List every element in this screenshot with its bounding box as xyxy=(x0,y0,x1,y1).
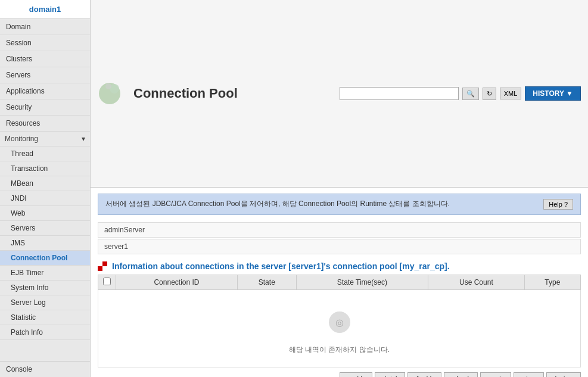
history-button[interactable]: HISTORY ▼ xyxy=(525,86,581,101)
sidebar-sub-jndi[interactable]: JNDI xyxy=(0,191,90,206)
sidebar-sub-transaction[interactable]: Transaction xyxy=(0,161,90,176)
sidebar-sub-connection-pool[interactable]: Connection Pool xyxy=(0,251,90,266)
select-all-header xyxy=(98,275,116,290)
server-row-server1[interactable]: server1 xyxy=(98,239,581,254)
shrink-button[interactable]: shrink xyxy=(375,372,405,377)
col-type: Type xyxy=(524,275,580,290)
col-connection-id: Connection ID xyxy=(116,275,238,290)
empty-state: ◎ xyxy=(110,302,568,345)
empty-circle: ◎ xyxy=(329,311,350,333)
content-area: 서버에 생성된 JDBC/JCA Connection Pool을 제어하며, … xyxy=(91,188,588,377)
flag-icon-1 xyxy=(98,261,107,271)
sidebar-item-session[interactable]: Session xyxy=(0,35,90,51)
refresh-button[interactable]: refresh xyxy=(444,372,477,377)
return-button[interactable]: return xyxy=(514,372,544,377)
sidebar-item-domain[interactable]: Domain xyxy=(0,19,90,35)
col-state: State xyxy=(237,275,296,290)
help-button[interactable]: Help ? xyxy=(543,199,573,210)
sidebar-sub-thread[interactable]: Thread xyxy=(0,147,90,161)
logo-graphic xyxy=(98,82,127,105)
action-buttons-bar: enable shrink disable refresh create ret… xyxy=(98,372,581,377)
xml-button[interactable]: XML xyxy=(500,88,522,99)
sidebar-sub-server-log[interactable]: Server Log xyxy=(0,295,90,310)
col-use-count: Use Count xyxy=(428,275,525,290)
create-button[interactable]: create xyxy=(480,372,512,377)
col-state-time: State Time(sec) xyxy=(296,275,428,290)
disable-button[interactable]: disable xyxy=(407,372,441,377)
sidebar-sub-mbean[interactable]: MBean xyxy=(0,176,90,191)
sidebar-item-security[interactable]: Security xyxy=(0,99,90,116)
sidebar-sub-ejb-timer[interactable]: EJB Timer xyxy=(0,266,90,281)
info-box: 서버에 생성된 JDBC/JCA Connection Pool을 제어하며, … xyxy=(98,194,581,215)
sidebar: domain1 Domain Session Clusters Servers … xyxy=(0,0,91,377)
sidebar-item-resources[interactable]: Resources xyxy=(0,116,90,132)
select-all-checkbox[interactable] xyxy=(103,278,111,285)
empty-row: ◎ 해당 내역이 존재하지 않습니다. xyxy=(98,290,581,367)
sidebar-item-clusters[interactable]: Clusters xyxy=(0,51,90,67)
monitoring-section[interactable]: Monitoring ▾ xyxy=(0,132,90,147)
domain-title[interactable]: domain1 xyxy=(0,0,90,19)
sidebar-sub-patch-info[interactable]: Patch Info xyxy=(0,325,90,340)
destroy-button[interactable]: destroy xyxy=(546,372,581,377)
sidebar-sub-system-info[interactable]: System Info xyxy=(0,281,90,295)
sidebar-item-servers[interactable]: Servers xyxy=(0,67,90,83)
title-bar: Connection Pool 🔍 ↻ XML HISTORY ▼ xyxy=(91,0,588,188)
sidebar-sub-servers-mon[interactable]: Servers xyxy=(0,221,90,236)
search-button[interactable]: 🔍 xyxy=(462,88,479,100)
connections-table: Connection ID State State Time(sec) Use … xyxy=(98,275,581,367)
sidebar-console[interactable]: Console xyxy=(0,361,90,377)
enable-button[interactable]: enable xyxy=(340,372,372,377)
refresh-header-button[interactable]: ↻ xyxy=(483,88,496,100)
server-row-admin[interactable]: adminServer xyxy=(98,222,581,238)
info-text: 서버에 생성된 JDBC/JCA Connection Pool을 제어하며, … xyxy=(105,199,537,209)
sidebar-item-applications[interactable]: Applications xyxy=(0,83,90,99)
page-title: Connection Pool xyxy=(133,86,238,101)
chevron-icon: ▾ xyxy=(82,135,85,143)
sidebar-sub-jms[interactable]: JMS xyxy=(0,236,90,251)
sidebar-sub-statistic[interactable]: Statistic xyxy=(0,310,90,325)
search-input[interactable] xyxy=(340,87,459,100)
svg-point-2 xyxy=(105,83,111,89)
main-area: Connection Pool 🔍 ↻ XML HISTORY ▼ 서버에 생성… xyxy=(91,0,588,377)
section1-heading: Information about connections in the ser… xyxy=(98,261,581,271)
header-controls: 🔍 ↻ XML HISTORY ▼ xyxy=(340,86,581,101)
sidebar-sub-web[interactable]: Web xyxy=(0,206,90,221)
